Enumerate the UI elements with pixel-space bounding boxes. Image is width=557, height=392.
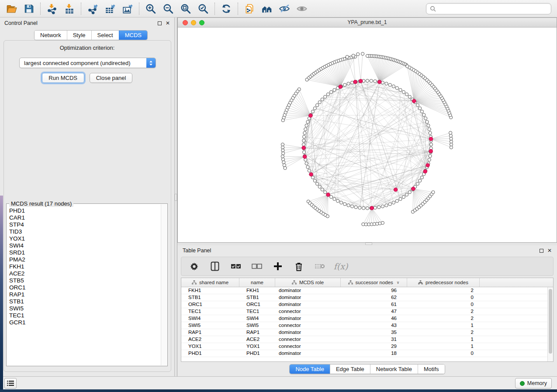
list-item[interactable]: SRD1	[7, 249, 161, 256]
column-header-predecessor-nodes[interactable]: predecessor nodes	[407, 278, 480, 287]
tab-select[interactable]: Select	[91, 31, 119, 40]
network-titlebar[interactable]: YPA_prune.txt_1	[178, 18, 557, 28]
table-row[interactable]: STB1 STB1 dominator 62 0	[181, 294, 547, 301]
list-item[interactable]: ORC1	[7, 284, 161, 291]
list-item[interactable]: PMA2	[7, 256, 161, 263]
toolbar-separator	[139, 3, 139, 15]
column-type-icon	[348, 280, 353, 285]
list-item[interactable]: RAP1	[7, 291, 161, 298]
open-session-button[interactable]	[3, 1, 20, 16]
table-row[interactable]: ACE2 ACE2 connector 31 1	[181, 336, 547, 343]
save-session-button[interactable]	[20, 1, 38, 16]
list-item[interactable]: TID3	[7, 228, 161, 235]
refresh-view-button[interactable]	[218, 1, 235, 16]
window-zoom-icon[interactable]	[199, 20, 204, 25]
list-item[interactable]: PHD1	[7, 207, 161, 214]
float-panel-icon[interactable]	[158, 21, 162, 25]
select-all-rows-button[interactable]	[230, 261, 242, 272]
tab-network-table[interactable]: Network Table	[370, 364, 418, 374]
table-row[interactable]: RAP1 RAP1 dominator 35 2	[181, 329, 547, 336]
scrollbar-thumb[interactable]	[549, 289, 552, 354]
window-close-icon[interactable]	[183, 20, 188, 25]
show-all-button[interactable]	[293, 1, 311, 16]
function-builder-button[interactable]: f(x)	[335, 261, 346, 272]
clone-network-button[interactable]	[241, 1, 258, 16]
tab-node-table[interactable]: Node Table	[290, 364, 330, 374]
mcds-result-group: MCDS result (17 nodes) PHD1CAR1STP4TID3Y…	[6, 203, 168, 366]
import-table-button[interactable]	[61, 1, 78, 16]
show-task-history-button[interactable]	[4, 378, 17, 389]
list-item[interactable]: SWI4	[7, 242, 161, 249]
list-item[interactable]: YOX1	[7, 235, 161, 242]
table-row[interactable]: SWI4 SWI4 dominator 46 2	[181, 315, 547, 322]
hide-selected-button[interactable]	[276, 1, 293, 16]
dropdown-stepper	[146, 58, 156, 68]
search-input[interactable]	[436, 4, 551, 13]
control-panel-title: Control Panel	[4, 20, 38, 26]
zoom-fit-button[interactable]	[177, 1, 194, 16]
column-header-shared-name[interactable]: shared name	[181, 278, 239, 287]
memory-button[interactable]: Memory	[515, 378, 552, 389]
table-row[interactable]: FKH1 FKH1 dominator 96 2	[181, 287, 547, 294]
toolbar-separator	[214, 3, 215, 15]
run-mcds-button[interactable]: Run MCDS	[42, 73, 84, 83]
export-network-button[interactable]	[84, 1, 101, 16]
optimization-criterion-dropdown[interactable]: largest connected component (undirected)	[19, 58, 156, 68]
tab-network[interactable]: Network	[35, 31, 67, 40]
list-item[interactable]: FKH1	[7, 263, 161, 270]
list-item[interactable]: SWI5	[7, 305, 161, 312]
list-item[interactable]: STB5	[7, 277, 161, 284]
zoom-selected-icon	[197, 3, 209, 14]
close-panel-button[interactable]: Close panel	[90, 73, 133, 83]
table-settings-button[interactable]	[188, 261, 200, 272]
table-row[interactable]: PHD1 PHD1 dominator 18 0	[181, 350, 547, 357]
list-item[interactable]: TEC1	[7, 312, 161, 319]
search-field[interactable]	[426, 3, 551, 14]
eye-slash-icon	[279, 3, 290, 14]
list-item[interactable]: STB1	[7, 298, 161, 305]
list-item[interactable]: ACE2	[7, 270, 161, 277]
splitter-grip[interactable]	[175, 194, 177, 201]
list-item[interactable]: CAR1	[7, 214, 161, 221]
first-neighbors-button[interactable]	[258, 1, 276, 16]
column-header-successor-nodes[interactable]: successor nodes ∨	[341, 278, 407, 287]
window-minimize-icon[interactable]	[191, 20, 196, 25]
toggle-columns-button[interactable]	[209, 261, 221, 272]
table-row[interactable]: TEC1 TEC1 connector 47 2	[181, 308, 547, 315]
table-row[interactable]: SWI5 SWI5 connector 43 1	[181, 322, 547, 329]
tab-style[interactable]: Style	[67, 31, 91, 40]
zoom-selected-button[interactable]	[194, 1, 212, 16]
table-row[interactable]: YOX1 YOX1 connector 29 1	[181, 343, 547, 350]
table-scrollbar[interactable]	[547, 287, 553, 361]
float-panel-icon[interactable]	[540, 249, 543, 253]
close-panel-icon[interactable]: ✕	[547, 249, 552, 253]
tab-edge-table[interactable]: Edge Table	[330, 364, 370, 374]
plus-icon	[273, 262, 282, 271]
result-list-scrollbar[interactable]	[161, 204, 167, 365]
search-icon	[430, 6, 436, 12]
export-image-button[interactable]	[119, 1, 136, 16]
delete-column-button[interactable]	[293, 261, 304, 272]
zoom-in-button[interactable]	[142, 1, 159, 16]
tab-mcds[interactable]: MCDS	[119, 31, 147, 40]
table-row[interactable]: ORC1 ORC1 dominator 61 0	[181, 301, 547, 308]
network-canvas[interactable]	[178, 28, 557, 242]
zoom-out-button[interactable]	[159, 1, 177, 16]
mcds-result-list[interactable]: PHD1CAR1STP4TID3YOX1SWI4SRD1PMA2FKH1ACE2…	[7, 207, 161, 365]
network-graph	[178, 28, 557, 242]
desktop-wallpaper-strip	[0, 389, 557, 392]
list-item[interactable]: GCR1	[7, 319, 161, 326]
deselect-all-rows-button[interactable]	[251, 261, 263, 272]
create-column-button[interactable]	[272, 261, 284, 272]
tab-motifs[interactable]: Motifs	[418, 364, 445, 374]
unchecked-boxes-icon	[252, 264, 262, 269]
splitter-grip[interactable]	[365, 243, 372, 245]
column-header-mcds-role[interactable]: MCDS role	[275, 278, 341, 287]
import-network-button[interactable]	[43, 1, 61, 16]
close-panel-icon[interactable]: ✕	[166, 21, 170, 25]
column-header-name[interactable]: name	[239, 278, 275, 287]
list-item[interactable]: STP4	[7, 221, 161, 228]
checked-boxes-icon	[231, 264, 241, 269]
delete-table-button[interactable]	[314, 261, 325, 272]
export-table-button[interactable]	[101, 1, 119, 16]
